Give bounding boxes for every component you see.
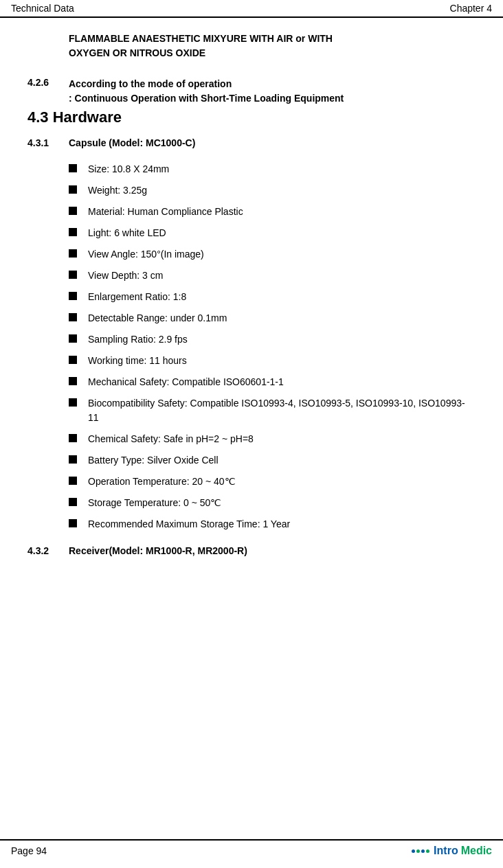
- warning-line2: OXYGEN OR NITROUS OXIDE: [69, 46, 476, 60]
- section-4-3-prefix: 4.3: [27, 108, 49, 126]
- bullet-text: Light: 6 white LED: [88, 226, 476, 240]
- bullet-list: Size: 10.8 X 24mmWeight: 3.25gMaterial: …: [27, 162, 476, 532]
- section-4-3-1: 4.3.1 Capsule (Model: MC1000-C): [27, 137, 476, 148]
- list-item: Enlargement Ratio: 1:8: [27, 290, 476, 304]
- bullet-icon: [69, 313, 77, 321]
- logo-dots: [412, 849, 429, 853]
- list-item: Chemical Safety: Safe in pH=2 ~ pH=8: [27, 432, 476, 446]
- page-content: FLAMMABLE ANAESTHETIC MIXYURE WITH AIR o…: [0, 18, 503, 570]
- warning-line1: FLAMMABLE ANAESTHETIC MIXYURE WITH AIR o…: [69, 32, 476, 46]
- bullet-text: Enlargement Ratio: 1:8: [88, 290, 476, 304]
- bullet-icon: [69, 164, 77, 172]
- logo-text-medic: Medic: [461, 845, 492, 857]
- bullet-icon: [69, 455, 77, 464]
- bullet-icon: [69, 356, 77, 364]
- footer-logo: IntroMedic: [412, 845, 492, 857]
- page-footer: Page 94 IntroMedic: [0, 839, 503, 861]
- list-item: Mechanical Safety: Compatible ISO60601-1…: [27, 375, 476, 389]
- list-item: Operation Temperature: 20 ~ 40℃: [27, 475, 476, 489]
- bullet-text: Chemical Safety: Safe in pH=2 ~ pH=8: [88, 432, 476, 446]
- list-item: Recommended Maximum Storage Time: 1 Year: [27, 517, 476, 532]
- list-item: Working time: 11 hours: [27, 354, 476, 368]
- bullet-icon: [69, 292, 77, 300]
- bullet-text: View Angle: 150°(In image): [88, 247, 476, 262]
- bullet-text: Material: Human Compliance Plastic: [88, 205, 476, 219]
- list-item: Weight: 3.25g: [27, 183, 476, 198]
- list-item: Battery Type: Silver Oxide Cell: [27, 453, 476, 468]
- warning-block: FLAMMABLE ANAESTHETIC MIXYURE WITH AIR o…: [69, 32, 476, 60]
- bullet-icon: [69, 207, 77, 215]
- bullet-text: Operation Temperature: 20 ~ 40℃: [88, 475, 476, 489]
- section-4-3-title: Hardware: [53, 108, 122, 126]
- bullet-text: Storage Temperature: 0 ~ 50℃: [88, 496, 476, 510]
- logo-text-intro: Intro: [434, 845, 458, 857]
- bullet-icon: [69, 185, 77, 194]
- bullet-icon: [69, 249, 77, 258]
- section-4-2-6: 4.2.6 According to the mode of operation…: [27, 77, 476, 106]
- section-4-3-2-title: Receiver(Model: MR1000-R, MR2000-R): [69, 545, 247, 556]
- page-header: Technical Data Chapter 4: [0, 0, 503, 18]
- list-item: Light: 6 white LED: [27, 226, 476, 240]
- section-4-2-6-number: 4.2.6: [27, 77, 69, 88]
- bullet-text: Detectable Range: under 0.1mm: [88, 311, 476, 326]
- section-4-3-2: 4.3.2 Receiver(Model: MR1000-R, MR2000-R…: [27, 545, 476, 556]
- logo-dot-3: [421, 849, 425, 853]
- bullet-text: Mechanical Safety: Compatible ISO60601-1…: [88, 375, 476, 389]
- footer-page-label: Page 94: [11, 845, 47, 856]
- bullet-text: Biocompatibility Safety: Compatible ISO1…: [88, 396, 476, 425]
- header-right: Chapter 4: [450, 3, 492, 14]
- section-4-2-6-line2: : Continuous Operation with Short-Time L…: [69, 91, 476, 106]
- section-4-3-1-title: Capsule (Model: MC1000-C): [69, 137, 195, 148]
- bullet-text: Sampling Ratio: 2.9 fps: [88, 332, 476, 347]
- bullet-icon: [69, 377, 77, 385]
- logo-dot-4: [426, 849, 429, 853]
- list-item: Detectable Range: under 0.1mm: [27, 311, 476, 326]
- bullet-text: Recommended Maximum Storage Time: 1 Year: [88, 517, 476, 532]
- section-4-2-6-line1: According to the mode of operation: [69, 77, 476, 91]
- bullet-icon: [69, 271, 77, 279]
- list-item: View Angle: 150°(In image): [27, 247, 476, 262]
- bullet-text: Size: 10.8 X 24mm: [88, 162, 476, 176]
- list-item: Storage Temperature: 0 ~ 50℃: [27, 496, 476, 510]
- bullet-icon: [69, 398, 77, 407]
- header-left: Technical Data: [11, 3, 74, 14]
- list-item: Size: 10.8 X 24mm: [27, 162, 476, 176]
- bullet-text: Weight: 3.25g: [88, 183, 476, 198]
- bullet-icon: [69, 477, 77, 485]
- bullet-icon: [69, 228, 77, 236]
- logo-dot-2: [416, 849, 420, 853]
- bullet-text: Working time: 11 hours: [88, 354, 476, 368]
- section-4-3-1-number: 4.3.1: [27, 137, 69, 148]
- bullet-icon: [69, 498, 77, 506]
- section-4-3-2-number: 4.3.2: [27, 545, 69, 556]
- bullet-icon: [69, 334, 77, 343]
- list-item: Sampling Ratio: 2.9 fps: [27, 332, 476, 347]
- logo-dot-1: [412, 849, 415, 853]
- list-item: Material: Human Compliance Plastic: [27, 205, 476, 219]
- page-container: Technical Data Chapter 4 FLAMMABLE ANAES…: [0, 0, 503, 868]
- list-item: Biocompatibility Safety: Compatible ISO1…: [27, 396, 476, 425]
- section-4-2-6-text: According to the mode of operation : Con…: [69, 77, 476, 106]
- bullet-icon: [69, 519, 77, 527]
- section-4-3-heading: 4.3 Hardware: [27, 108, 476, 126]
- bullet-icon: [69, 434, 77, 442]
- list-item: View Depth: 3 cm: [27, 269, 476, 283]
- bullet-text: View Depth: 3 cm: [88, 269, 476, 283]
- bullet-text: Battery Type: Silver Oxide Cell: [88, 453, 476, 468]
